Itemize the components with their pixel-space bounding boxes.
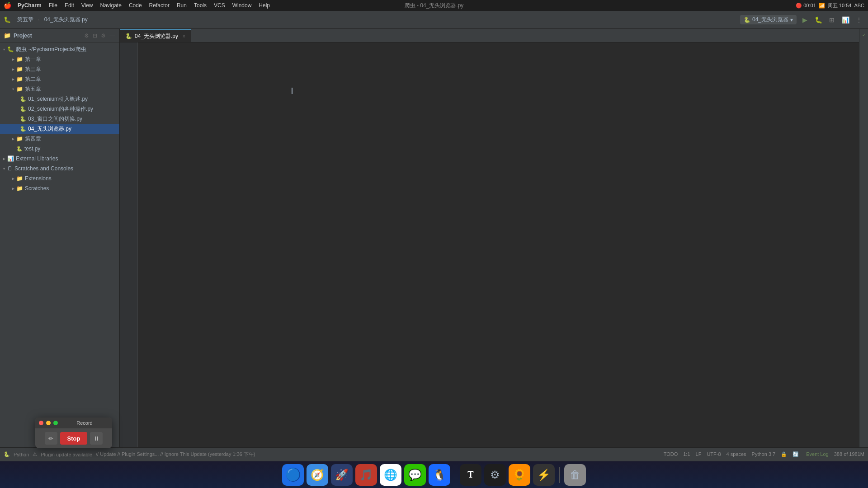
profiler-button[interactable]: 📊: [840, 14, 851, 25]
coverage-button[interactable]: ⊞: [826, 14, 837, 25]
plugin-update-detail: // Update // Plugin Settings... // Ignor…: [96, 451, 255, 458]
record-tl-red[interactable]: [39, 421, 43, 425]
tab-active-file[interactable]: 🐍 04_无头浏览器.py ×: [120, 29, 191, 42]
dock-chrome[interactable]: 🌐: [380, 464, 401, 486]
menu-vcs[interactable]: VCS: [211, 1, 228, 9]
project-tree: ▾ 🐛 爬虫 ~/PycharmProjects/爬虫 ▶ 📁 第一章 ▶ 📁 …: [0, 42, 119, 447]
menu-code[interactable]: Code: [126, 1, 145, 9]
chapter1-label: 第一章: [25, 56, 41, 63]
tree-item-scratches[interactable]: ▶ 📁 Scratches: [0, 183, 119, 193]
breadcrumb-project[interactable]: 第五章: [15, 15, 35, 24]
breadcrumb-sep: ›: [38, 17, 40, 23]
apple-menu[interactable]: 🍎: [4, 2, 11, 9]
record-tl-yellow[interactable]: [46, 421, 51, 425]
encoding-status[interactable]: UTF-8: [707, 451, 721, 457]
scratches-arrow: ▶: [11, 187, 15, 191]
dock-sunflower[interactable]: 🌻: [509, 464, 530, 486]
tree-item-extensions[interactable]: ▶ 📁 Extensions: [0, 174, 119, 183]
menu-file[interactable]: File: [46, 1, 60, 9]
menu-help[interactable]: Help: [256, 1, 273, 9]
record-pause-button[interactable]: ⏸: [90, 432, 103, 445]
tree-item-scratches-consoles[interactable]: ▾ 🗒 Scratches and Consoles: [0, 164, 119, 174]
dock-music[interactable]: 🎵: [355, 464, 377, 486]
line-endings[interactable]: LF: [696, 451, 702, 457]
record-tl-green[interactable]: [53, 421, 58, 425]
dock-trash[interactable]: 🗑: [564, 464, 586, 486]
panel-title: Project: [14, 33, 32, 39]
menu-window[interactable]: Window: [230, 1, 255, 9]
dock-safari[interactable]: 🧭: [307, 464, 328, 486]
dock-qq[interactable]: 🐧: [429, 464, 450, 486]
menu-edit[interactable]: Edit: [62, 1, 77, 9]
tree-item-ext-libs[interactable]: ▶ 📊 External Libraries: [0, 154, 119, 164]
window-title: 爬虫 - 04_无头浏览器.py: [405, 2, 464, 9]
dock-launchpad[interactable]: 🚀: [331, 464, 353, 486]
indent-status[interactable]: 4 spaces: [726, 451, 746, 457]
dock-wechat[interactable]: 💬: [404, 464, 426, 486]
panel-layout-icon[interactable]: ⊟: [92, 32, 98, 40]
root-folder-icon: 🐛: [7, 46, 14, 52]
status-bar: 🐍 Python ⚠ Plugin update available // Up…: [0, 447, 868, 461]
tree-item-chapter3[interactable]: ▶ 📁 第三章: [0, 64, 119, 74]
more-run-options[interactable]: ⋮: [854, 14, 864, 25]
record-pencil-button[interactable]: ✏: [45, 432, 57, 445]
menu-run[interactable]: Run: [174, 1, 189, 9]
tree-item-file1[interactable]: 🐍 01_selenium引入概述.py: [0, 94, 119, 104]
python-interpreter-status[interactable]: 🐍: [4, 451, 10, 457]
stop-label: Stop: [67, 435, 80, 442]
root-label: 爬虫 ~/PycharmProjects/爬虫: [16, 46, 86, 53]
git-status[interactable]: 🔒: [781, 451, 787, 457]
dock-finder[interactable]: 🔵: [282, 464, 304, 486]
panel-settings-icon[interactable]: ⚙: [83, 32, 90, 40]
chapter2-label: 第二章: [25, 75, 41, 83]
tree-item-chapter1[interactable]: ▶ 📁 第一章: [0, 54, 119, 64]
dock-thunder[interactable]: ⚡: [533, 464, 555, 486]
debug-button[interactable]: 🐛: [813, 14, 824, 25]
panel-gear-icon[interactable]: ⚙: [100, 32, 107, 40]
menu-tools[interactable]: Tools: [191, 1, 209, 9]
chapter3-label: 第三章: [25, 66, 41, 73]
todo-status[interactable]: TODO: [664, 451, 678, 457]
extensions-label: Extensions: [25, 175, 52, 182]
chapter5-label: 第五章: [25, 85, 41, 93]
extensions-arrow: ▶: [11, 177, 15, 181]
editor-content[interactable]: [120, 42, 859, 447]
tree-item-file4[interactable]: 🐍 04_无头浏览器.py: [0, 124, 119, 134]
menu-pycharm[interactable]: PyCharm: [15, 1, 44, 9]
tree-item-test[interactable]: ▶ 🐍 test.py: [0, 144, 119, 154]
record-body: ✏ Stop ⏸: [35, 428, 112, 448]
dock-typora[interactable]: T: [460, 464, 481, 486]
menu-navigate[interactable]: Navigate: [98, 1, 124, 9]
tree-item-chapter4[interactable]: ▶ 📁 第四章: [0, 134, 119, 144]
breadcrumb-file[interactable]: 04_无头浏览器.py: [42, 15, 90, 24]
panel-minus-icon[interactable]: —: [108, 32, 116, 40]
ext-libs-arrow: ▶: [2, 157, 6, 161]
run-configuration[interactable]: 🐍 04_无头浏览器 ▾: [740, 15, 797, 24]
run-button[interactable]: ▶: [799, 14, 810, 25]
file4-icon: 🐍: [20, 126, 26, 132]
menu-view[interactable]: View: [79, 1, 96, 9]
project-logo: 🐛: [4, 16, 11, 23]
sync-icon[interactable]: 🔄: [793, 451, 799, 457]
tree-item-file2[interactable]: 🐍 02_selenium的各种操作.py: [0, 104, 119, 114]
file4-label: 04_无头浏览器.py: [28, 125, 71, 133]
run-config-dropdown[interactable]: ▾: [790, 17, 793, 23]
menu-refactor[interactable]: Refactor: [146, 1, 172, 9]
right-sidebar-checkmark[interactable]: ✓: [862, 33, 866, 38]
record-stop-button[interactable]: Stop: [60, 432, 88, 445]
wifi-icon: 📶: [819, 3, 825, 9]
dock-pycharm[interactable]: ⚙: [484, 464, 506, 486]
tree-item-chapter2[interactable]: ▶ 📁 第二章: [0, 74, 119, 84]
tree-item-file3[interactable]: 🐍 03_窗口之间的切换.py: [0, 114, 119, 124]
pause-icon: ⏸: [94, 435, 99, 442]
tree-item-chapter5[interactable]: ▾ 📁 第五章: [0, 84, 119, 94]
scratches-consoles-arrow: ▾: [2, 167, 6, 171]
event-log[interactable]: Event Log: [806, 451, 829, 457]
dock-divider2: [559, 467, 560, 483]
tree-item-root[interactable]: ▾ 🐛 爬虫 ~/PycharmProjects/爬虫: [0, 44, 119, 54]
battery-indicator: 🔴 00:01: [796, 3, 816, 9]
python-version[interactable]: Python 3.7: [752, 451, 776, 457]
record-panel: Record ✏ Stop ⏸: [35, 418, 112, 448]
ext-libs-label: External Libraries: [16, 155, 58, 162]
tab-close-btn[interactable]: ×: [183, 34, 185, 39]
